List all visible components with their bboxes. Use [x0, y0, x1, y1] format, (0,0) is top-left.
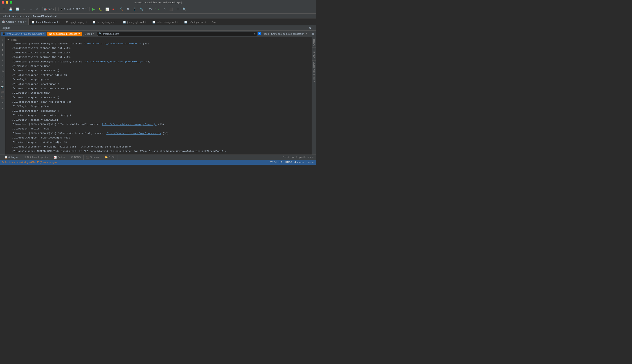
help-icon[interactable]: ?	[1, 106, 5, 110]
breadcrumb-src[interactable]: src	[19, 15, 22, 17]
device-file-explorer-tab[interactable]: Device File Explorer	[312, 60, 316, 84]
log-link-3[interactable]: file:///android_asset/www/js/home.js	[102, 122, 156, 126]
minus-icon[interactable]: −	[25, 20, 27, 23]
bottom-tab-profiler[interactable]: 📈 Profiler	[51, 154, 68, 160]
breadcrumb-main[interactable]: main	[25, 15, 30, 17]
log-line-17: /BluetoothAdapter: scan not started yet	[5, 113, 312, 118]
log-text-5: /chromium: [INFO:CONSOLE(43)] "resume", …	[12, 60, 85, 64]
stop-button[interactable]: ■	[111, 7, 116, 11]
device-selector[interactable]: 📱 Pixel 2 API 26 ▼	[59, 7, 88, 11]
bottom-tab-todo[interactable]: ☑ TODO	[68, 154, 84, 160]
refactor-button[interactable]: 🔧	[139, 7, 145, 11]
log-level-select[interactable]: Debug ▼	[83, 32, 96, 36]
log-text-11: /BluetoothAdapter: scan not started yet	[12, 86, 72, 90]
clear-search-icon[interactable]: ×	[254, 32, 256, 35]
separator-5	[146, 7, 146, 12]
scroll-bottom-icon[interactable]: ↓	[1, 58, 5, 63]
emulator-panel-tab[interactable]: Emulator	[312, 48, 316, 60]
log-text-18: /BLEPlugin: action = isEnabled	[12, 118, 58, 122]
close-button[interactable]	[2, 1, 5, 4]
save-button[interactable]: 💾	[8, 7, 14, 11]
breadcrumb-file[interactable]: AndroidManifest.xml	[33, 15, 57, 17]
run-button[interactable]: ▶	[91, 6, 96, 12]
clear-log-icon[interactable]: 🗑	[1, 42, 5, 47]
logcat-expand-icon[interactable]: ▼	[7, 38, 10, 41]
android-icon-tab: 🤖	[2, 20, 5, 24]
window-controls[interactable]	[2, 1, 12, 4]
build-button[interactable]: 🔨	[118, 7, 125, 11]
layout-icon[interactable]: ⊞	[21, 20, 22, 23]
event-log-tab[interactable]: Event Log	[283, 156, 294, 158]
layout-inspector-tab[interactable]: Layout Inspector	[296, 156, 314, 158]
settings-logcat-icon[interactable]: ⚙	[309, 26, 311, 30]
minimize-button[interactable]	[6, 1, 8, 4]
log-link-2[interactable]: file:///android_asset/www/js/common.js	[85, 60, 143, 64]
sep3: ›	[23, 15, 24, 17]
logcat-search-box[interactable]: 🔍 smartLock.com ×	[97, 32, 257, 36]
filter-icon[interactable]: ≡	[1, 64, 5, 68]
debug-button[interactable]: 🐛	[97, 7, 103, 11]
tasks-button[interactable]: ☰	[175, 7, 180, 11]
regex-filter[interactable]: Regex	[258, 32, 269, 35]
refresh-icon[interactable]: ↻	[1, 74, 5, 78]
log-line-15: /BLEPlugin: Stopping Scan	[5, 104, 312, 108]
camera-icon[interactable]: 📷	[1, 85, 5, 89]
list-icon[interactable]: ≡	[1, 100, 5, 105]
process-filter-select[interactable]: No debuggable processes ▼	[47, 32, 83, 36]
tab-jpush-string[interactable]: 📄 jpush_string.xml ×	[90, 19, 120, 25]
tab-androidmanifest[interactable]: 📄 AndroidManifest.xml ×	[29, 19, 63, 25]
breadcrumb-app[interactable]: app	[12, 15, 16, 17]
breadcrumb-android[interactable]: android	[2, 15, 10, 17]
tab-close-icon-2[interactable]: ×	[86, 21, 87, 23]
settings-icon[interactable]: ⚙	[18, 20, 20, 23]
tab-gradle[interactable]: Gra	[209, 19, 218, 25]
device-filter-select[interactable]: 📱 Vivo V1916A e492ebf0 [DISCON ▼	[1, 32, 46, 36]
back-button[interactable]: ←	[22, 7, 27, 11]
regex-checkbox[interactable]	[258, 32, 261, 35]
hamburger-button[interactable]: ☰	[1, 7, 7, 11]
tab-jpush-style[interactable]: 📄 jpush_style.xml ×	[120, 19, 149, 25]
gradle-panel-tab[interactable]: Gradle	[312, 37, 316, 48]
tab-values-strings[interactable]: 📄 values/strings.xml ×	[149, 19, 181, 25]
git-label[interactable]: Git: ✓ ✓	[148, 7, 161, 11]
minimize-logcat-icon[interactable]: −	[313, 26, 314, 30]
bottom-tab-db-inspector[interactable]: 🗄 Database Inspector	[21, 154, 51, 160]
logcat-menu-icon[interactable]: ⊞	[310, 32, 315, 36]
bottom-tab-terminal[interactable]: ⬛ Terminal	[84, 154, 102, 160]
gear-icon[interactable]: ⚙	[23, 20, 25, 23]
forward-button[interactable]: →	[28, 7, 34, 11]
sync-button[interactable]: 🔄	[15, 7, 21, 11]
scroll-end-icon[interactable]: ↑	[1, 53, 5, 57]
vcs-button[interactable]: ↻	[162, 7, 167, 11]
log-link-1[interactable]: file:///android_asset/www/js/common.js	[84, 42, 141, 46]
device-icon: 📱	[60, 8, 63, 10]
terminal-button[interactable]: ⬛	[168, 7, 174, 11]
log-content[interactable]: ▼ logcat /chromium: [INFO:CONSOLE(31)] "…	[5, 37, 312, 154]
bottom-tab-logcat[interactable]: 📋 6: Logcat	[2, 154, 21, 160]
bottom-tab-git[interactable]: 📂 9: Git	[102, 154, 118, 160]
tab-close-icon-6[interactable]: ×	[205, 21, 206, 23]
settings-lc-icon[interactable]: ⚙	[1, 79, 5, 84]
log-line-1: /chromium: [INFO:CONSOLE(31)] "pause", s…	[5, 42, 312, 46]
tab-zh-strings[interactable]: 📄 zh/strings.xml ×	[181, 19, 209, 25]
log-link-4[interactable]: file:///android_asset/www/js/home.js	[107, 132, 161, 136]
profile-button[interactable]: 📊	[104, 7, 110, 11]
app-selector[interactable]: 🤖 app ▼	[42, 7, 56, 11]
stop-lc-icon[interactable]: ⬛	[1, 95, 5, 100]
app-filter-select[interactable]: Show only selected application ▼	[270, 32, 309, 36]
undo-button[interactable]: ↩	[34, 7, 39, 11]
log-text-14: /BluetoothAdapter: scan not started yet	[12, 100, 72, 104]
video-icon[interactable]: 🎥	[1, 90, 5, 94]
scroll-top-icon[interactable]: ⬆	[1, 48, 5, 52]
android-view-tab[interactable]: 🤖 Android ▼ ⚙ ⊞ ⚙ −	[0, 18, 29, 25]
sdk-manager-button[interactable]: ⚙	[125, 7, 131, 11]
tab-close-icon-5[interactable]: ×	[177, 21, 178, 23]
tab-appicon[interactable]: 🖼 app_icon.png ×	[63, 19, 90, 25]
search-everywhere-button[interactable]: 🔍	[181, 7, 187, 11]
tab-close-icon-3[interactable]: ×	[116, 21, 117, 23]
maximize-button[interactable]	[10, 1, 12, 4]
print-icon[interactable]: 🖨	[1, 69, 5, 73]
tab-close-icon[interactable]: ×	[59, 21, 60, 23]
avd-manager-button[interactable]: 📱	[132, 7, 138, 11]
tab-close-icon-4[interactable]: ×	[145, 21, 147, 23]
